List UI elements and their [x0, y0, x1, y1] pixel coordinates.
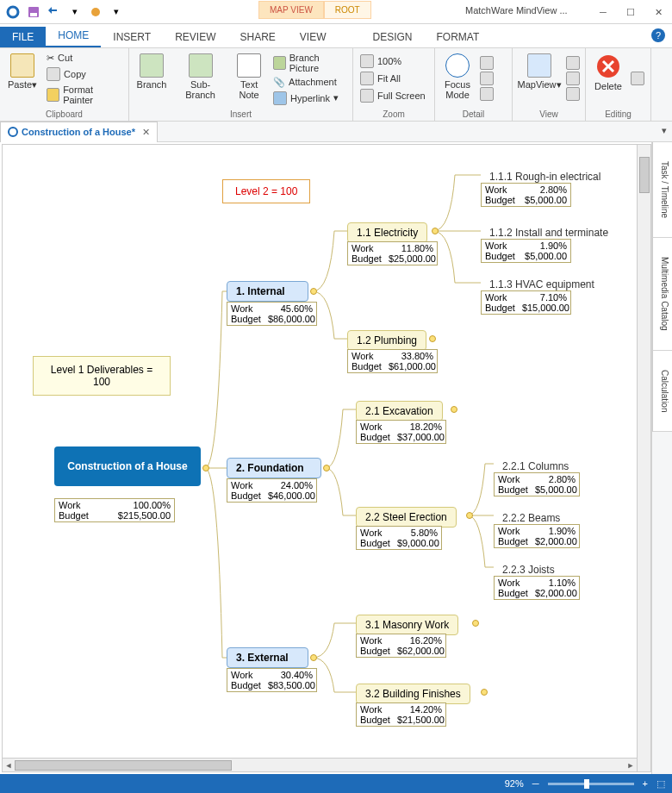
stats-plumbing: Work33.80%Budget$61,000.00 [347, 349, 438, 373]
detail-opt3-icon[interactable] [480, 87, 494, 101]
group-label-view: View [518, 109, 580, 119]
node-excavation[interactable]: 2.1 Excavation [356, 401, 443, 421]
expand-dot[interactable] [472, 620, 479, 627]
root-node[interactable]: Construction of a House [54, 446, 201, 486]
app-logo-icon [5, 4, 21, 20]
focus-mode-button[interactable]: Focus Mode [440, 52, 475, 105]
root-stats: Work100.00% Budget$215,500.00 [54, 498, 175, 522]
sidetab-task[interactable]: Task / Timeline [652, 142, 672, 238]
sidetab-calculation[interactable]: Calculation [652, 351, 672, 432]
sidetab-multimedia[interactable]: Multimedia Catalog [652, 238, 672, 351]
document-tab[interactable]: Construction of a House* ✕ [0, 122, 158, 142]
save-icon[interactable] [26, 4, 41, 20]
undo-icon[interactable] [47, 4, 62, 20]
close-button[interactable]: ✕ [644, 0, 672, 24]
tab-file[interactable]: FILE [0, 27, 46, 47]
tab-insert[interactable]: INSERT [101, 27, 163, 47]
zoom-slider[interactable] [548, 783, 634, 785]
svg-point-0 [8, 7, 18, 17]
mapview-button[interactable]: MapView▾ [518, 52, 561, 105]
touch-mode-icon[interactable] [88, 4, 103, 20]
scroll-right-icon[interactable]: ► [625, 759, 637, 772]
delete-button[interactable]: Delete [591, 52, 625, 105]
subbranch-button[interactable]: Sub-Branch [174, 52, 227, 105]
stats-finishes: Work14.20%Budget$21,500.00 [356, 702, 446, 727]
context-tab-root[interactable]: ROOT [324, 1, 371, 19]
expand-dot[interactable] [429, 335, 436, 342]
fit-all-button[interactable]: Fit All [358, 71, 427, 86]
stats-steel: Work5.80%Budget$9,000.00 [356, 526, 442, 550]
status-bar: 92% ─ + ⬚ [0, 774, 672, 793]
qat-dropdown-icon[interactable]: ▾ [109, 4, 124, 20]
zoom-100-button[interactable]: 100% [358, 53, 427, 69]
expand-dot[interactable] [466, 512, 473, 519]
expand-dot[interactable] [310, 288, 317, 295]
node-foundation[interactable]: 2. Foundation [227, 458, 321, 478]
node-internal[interactable]: 1. Internal [227, 281, 308, 302]
node-external[interactable]: 3. External [227, 647, 308, 668]
pin-icon[interactable]: ▾ [662, 125, 667, 136]
tab-review[interactable]: REVIEW [163, 27, 227, 47]
detail-opt2-icon[interactable] [480, 72, 494, 85]
canvas[interactable]: Level 2 = 100 Level 1 Deliverables = 100… [2, 144, 651, 772]
node-plumbing[interactable]: 1.2 Plumbing [347, 330, 426, 351]
context-tab-mapview[interactable]: MAP VIEW [258, 1, 324, 19]
tab-share[interactable]: SHARE [227, 27, 287, 47]
horizontal-scrollbar[interactable]: ◄ ► [3, 758, 637, 771]
view-opt3-icon[interactable] [566, 87, 580, 101]
zoom100-icon [360, 54, 374, 68]
zoom-out-button[interactable]: ─ [532, 778, 539, 789]
branch-picture-button[interactable]: Branch Picture [271, 52, 347, 74]
stats-external: Work30.40%Budget$83,500.00 [227, 668, 317, 692]
textnote-button[interactable]: Text Note [232, 52, 266, 105]
tab-design[interactable]: DESIGN [361, 27, 425, 47]
expand-dot[interactable] [323, 465, 330, 471]
stats-columns: Work2.80%Budget$5,000.00 [494, 472, 580, 496]
format-painter-button[interactable]: Format Painter [45, 84, 123, 106]
view-opt1-icon[interactable] [566, 56, 580, 70]
expand-dot[interactable] [202, 465, 209, 471]
scroll-left-icon[interactable]: ◄ [3, 759, 15, 772]
stats-foundation: Work24.00%Budget$46,000.00 [227, 478, 317, 503]
focus-icon [445, 53, 470, 78]
view-opt2-icon[interactable] [566, 72, 580, 85]
zoom-in-button[interactable]: + [643, 778, 648, 789]
copy-button[interactable]: Copy [45, 66, 123, 82]
svg-point-3 [91, 8, 100, 16]
attachment-button[interactable]: 📎Attachment [271, 76, 347, 89]
vertical-scrollbar[interactable] [637, 145, 650, 771]
node-steel[interactable]: 2.2 Steel Erection [356, 507, 457, 528]
expand-dot[interactable] [310, 654, 317, 661]
fullscreen-button[interactable]: Full Screen [358, 88, 427, 103]
detail-opt1-icon[interactable] [480, 56, 494, 70]
edit-opt-icon[interactable] [631, 72, 644, 85]
stats-install: Work1.90%Budget$5,000.00 [481, 239, 571, 263]
help-icon[interactable]: ? [651, 28, 665, 42]
paste-button[interactable]: Paste▾ [5, 52, 40, 105]
group-label-zoom: Zoom [358, 109, 429, 119]
tab-format[interactable]: FORMAT [425, 27, 492, 47]
stats-beams: Work1.90%Budget$2,000.00 [494, 524, 580, 548]
tab-home[interactable]: HOME [46, 25, 101, 47]
expand-dot[interactable] [451, 406, 457, 413]
node-masonry[interactable]: 3.1 Masonry Work [356, 615, 458, 635]
minimize-button[interactable]: ─ [589, 0, 617, 24]
expand-dot[interactable] [432, 228, 439, 234]
node-finishes[interactable]: 3.2 Building Finishes [356, 684, 470, 704]
cut-button[interactable]: ✂Cut [45, 52, 123, 65]
ribbon: Paste▾ ✂Cut Copy Format Painter Clipboar… [0, 48, 672, 122]
zoom-fit-icon[interactable]: ⬚ [656, 778, 665, 790]
group-label-clipboard: Clipboard [5, 109, 123, 119]
redo-icon[interactable]: ▾ [67, 4, 83, 20]
branch-button[interactable]: Branch [134, 52, 169, 105]
title-bar: ▾ ▾ MAP VIEW ROOT MatchWare MindView ...… [0, 0, 672, 24]
workspace: Level 2 = 100 Level 1 Deliverables = 100… [0, 142, 672, 774]
tab-view[interactable]: VIEW [288, 27, 339, 47]
expand-dot[interactable] [481, 689, 488, 696]
hyperlink-button[interactable]: Hyperlink▾ [271, 91, 347, 106]
node-electricity[interactable]: 1.1 Electricity [347, 222, 427, 243]
ribbon-tabs: FILE HOME INSERT REVIEW SHARE VIEW DESIG… [0, 24, 672, 48]
maximize-button[interactable]: ☐ [617, 0, 644, 24]
quick-access-toolbar: ▾ ▾ [0, 4, 129, 20]
close-tab-icon[interactable]: ✕ [142, 127, 150, 138]
